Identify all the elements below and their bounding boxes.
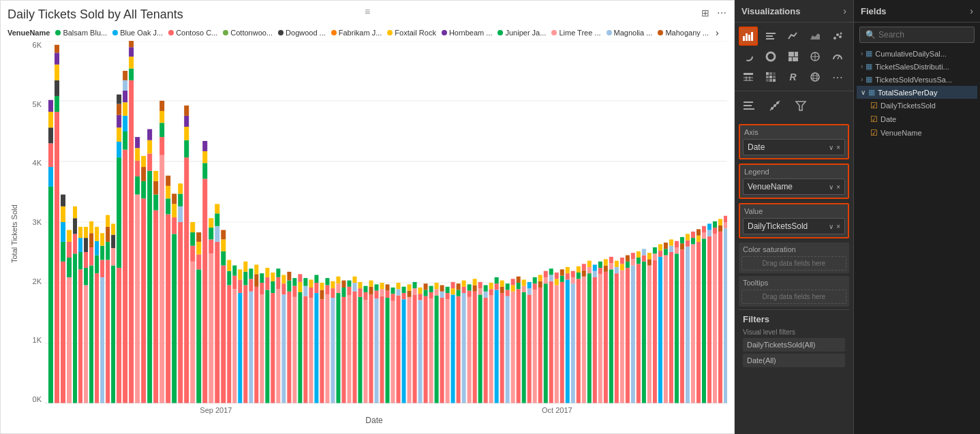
svg-rect-374 bbox=[647, 266, 652, 403]
viz-icon-more[interactable]: ⋯ bbox=[828, 67, 847, 87]
legend-close-btn[interactable]: × bbox=[836, 183, 840, 191]
viz-analytics-icon[interactable] bbox=[765, 95, 785, 116]
chart-container: Total Tickets Sold 6K 5K 4K 3K 2K 1K 0K bbox=[7, 41, 727, 427]
total-sales-expand[interactable]: ∨ bbox=[861, 89, 866, 96]
svg-rect-413 bbox=[718, 232, 722, 403]
viz-icon-globe[interactable] bbox=[806, 67, 825, 87]
svg-rect-10 bbox=[48, 127, 53, 143]
more-button[interactable]: ⋯ bbox=[715, 6, 729, 20]
viz-icon-stacked-bar[interactable] bbox=[739, 27, 758, 46]
svg-rect-183 bbox=[298, 282, 302, 292]
svg-rect-461 bbox=[744, 108, 754, 110]
cumulative-expand[interactable]: › bbox=[861, 50, 863, 57]
viz-icon-r[interactable]: R bbox=[784, 67, 803, 87]
search-input[interactable] bbox=[878, 30, 968, 40]
axis-close-btn[interactable]: × bbox=[836, 144, 840, 151]
svg-rect-43 bbox=[89, 233, 93, 247]
viz-icon-donut[interactable] bbox=[761, 47, 780, 66]
viz-icon-matrix[interactable] bbox=[761, 67, 780, 87]
field-item-total-sales[interactable]: ∨ ▦ TotalSalesPerDay bbox=[857, 86, 977, 99]
color-saturation-placeholder[interactable]: Drag data fields here bbox=[741, 256, 846, 270]
legend-dot-2 bbox=[168, 30, 174, 35]
viz-icon-treemap[interactable] bbox=[784, 47, 803, 66]
svg-rect-8 bbox=[48, 167, 53, 187]
tickets-vs-expand[interactable]: › bbox=[861, 76, 863, 83]
svg-rect-363 bbox=[626, 262, 630, 268]
svg-rect-98 bbox=[159, 137, 164, 155]
svg-rect-155 bbox=[249, 292, 253, 403]
svg-rect-454 bbox=[766, 79, 769, 82]
field-sub-venue-name[interactable]: ☑ VenueName bbox=[857, 126, 977, 140]
svg-rect-422 bbox=[748, 35, 750, 41]
field-item-cumulative[interactable]: › ▦ CumulativeDailySal... bbox=[857, 47, 977, 60]
viz-icon-map[interactable] bbox=[806, 47, 825, 66]
svg-rect-463 bbox=[744, 102, 753, 103]
value-dropdown-arrow[interactable]: ∨ bbox=[829, 223, 833, 230]
viz-filter-icon[interactable] bbox=[791, 95, 811, 116]
svg-rect-144 bbox=[227, 271, 231, 285]
svg-rect-48 bbox=[95, 227, 99, 241]
value-dropdown[interactable]: DailyTicketsSold ∨ × bbox=[743, 218, 845, 234]
svg-rect-362 bbox=[626, 268, 630, 403]
svg-rect-224 bbox=[374, 298, 378, 403]
field-item-ticket-dist[interactable]: › ▦ TicketSalesDistributi... bbox=[857, 60, 977, 73]
svg-rect-415 bbox=[718, 219, 722, 225]
svg-rect-382 bbox=[658, 244, 662, 250]
legend-more-button[interactable]: › bbox=[714, 27, 720, 38]
field-sub-date[interactable]: ☑ Date bbox=[857, 112, 977, 126]
ticket-dist-expand[interactable]: › bbox=[861, 63, 863, 70]
filters-section: Filters Visual level filters DailyTicket… bbox=[739, 309, 849, 373]
viz-panel: Visualizations › bbox=[735, 0, 854, 434]
svg-rect-89 bbox=[147, 171, 152, 403]
svg-rect-132 bbox=[209, 239, 213, 253]
viz-icon-scatter[interactable] bbox=[828, 27, 847, 46]
svg-rect-77 bbox=[129, 57, 134, 68]
svg-rect-353 bbox=[609, 269, 613, 403]
viz-icon-area[interactable] bbox=[806, 27, 825, 46]
svg-rect-99 bbox=[159, 123, 164, 137]
svg-rect-378 bbox=[653, 253, 657, 260]
svg-rect-206 bbox=[341, 297, 346, 403]
svg-rect-95 bbox=[153, 181, 158, 195]
viz-icon-gauge[interactable] bbox=[828, 47, 847, 66]
viz-icon-bar[interactable] bbox=[761, 27, 780, 46]
filter-item-2[interactable]: Date(All) bbox=[743, 354, 845, 367]
axis-dropdown-arrow[interactable]: ∨ bbox=[829, 144, 833, 151]
axis-dropdown[interactable]: Date ∨ × bbox=[743, 139, 845, 155]
svg-rect-344 bbox=[593, 277, 597, 403]
svg-rect-280 bbox=[473, 279, 477, 285]
svg-rect-72 bbox=[123, 91, 127, 102]
legend-dot-8 bbox=[497, 30, 503, 35]
viz-format-icon[interactable] bbox=[739, 95, 759, 116]
drag-handle[interactable]: ≡ bbox=[365, 6, 370, 17]
svg-rect-409 bbox=[707, 223, 711, 230]
svg-rect-232 bbox=[385, 284, 389, 290]
search-box[interactable]: 🔍 bbox=[859, 27, 975, 43]
viz-icon-table[interactable] bbox=[739, 67, 758, 87]
svg-rect-296 bbox=[506, 296, 510, 403]
svg-point-429 bbox=[836, 33, 839, 36]
viz-icon-pie[interactable] bbox=[739, 47, 758, 66]
svg-rect-387 bbox=[669, 246, 673, 252]
field-group: › ▦ CumulativeDailySal... › ▦ TicketSale… bbox=[854, 47, 980, 140]
svg-rect-102 bbox=[166, 214, 170, 403]
viz-icon-line[interactable] bbox=[784, 27, 803, 46]
filter-item-1[interactable]: DailyTicketsSold(All) bbox=[743, 338, 845, 352]
svg-rect-42 bbox=[89, 247, 93, 266]
svg-rect-245 bbox=[413, 294, 417, 403]
legend-dropdown[interactable]: VenueName ∨ × bbox=[743, 179, 845, 195]
tooltips-placeholder[interactable]: Drag data fields here bbox=[741, 290, 846, 304]
field-sub-daily-tickets[interactable]: ☑ DailyTicketsSold bbox=[857, 99, 977, 112]
field-item-tickets-vs[interactable]: › ▦ TicketsSoldVersusSa... bbox=[857, 73, 977, 86]
legend-text-5: Fabrikam J... bbox=[339, 29, 382, 37]
fields-expand-arrow[interactable]: › bbox=[970, 5, 973, 16]
svg-rect-403 bbox=[696, 229, 701, 235]
expand-button[interactable]: ⊞ bbox=[699, 6, 712, 20]
svg-rect-197 bbox=[325, 294, 329, 403]
value-close-btn[interactable]: × bbox=[836, 223, 840, 230]
legend-dropdown-arrow[interactable]: ∨ bbox=[829, 183, 833, 191]
svg-rect-214 bbox=[352, 277, 356, 283]
viz-expand-arrow[interactable]: › bbox=[843, 5, 846, 16]
svg-rect-38 bbox=[84, 252, 88, 268]
svg-rect-168 bbox=[271, 281, 275, 293]
